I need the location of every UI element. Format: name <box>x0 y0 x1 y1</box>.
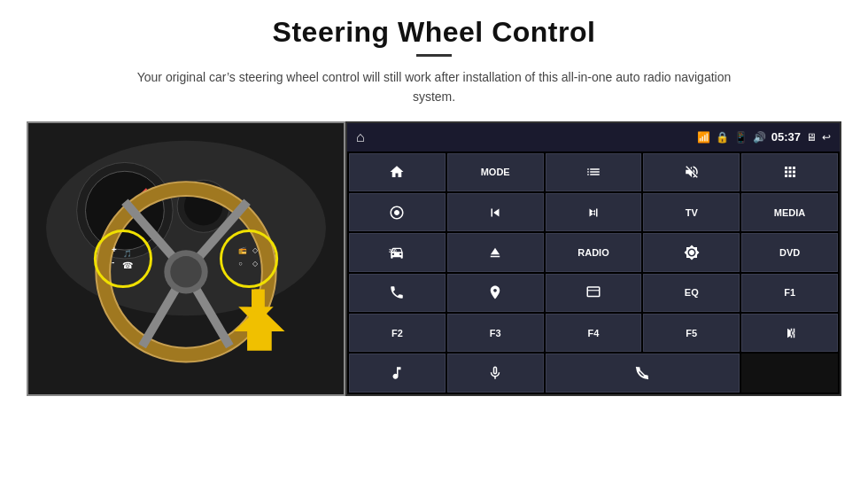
btn-mic[interactable] <box>447 354 544 392</box>
btn-target[interactable] <box>349 193 446 231</box>
btn-prev[interactable] <box>447 193 544 231</box>
btn-eject[interactable] <box>447 233 544 271</box>
btn-f5[interactable]: F5 <box>643 314 740 352</box>
home-icon-status: ⌂ <box>356 129 365 145</box>
android-statusbar: ⌂ 📶 🔒 📱 🔊 05:37 🖥 ↩ <box>347 123 840 152</box>
svg-text:◇: ◇ <box>252 246 259 254</box>
btn-nav[interactable] <box>447 274 544 312</box>
svg-point-14 <box>170 256 202 288</box>
btn-f4[interactable]: F4 <box>546 314 642 352</box>
btn-tv[interactable]: TV <box>643 193 740 231</box>
svg-text:📻: 📻 <box>238 245 247 254</box>
btn-next[interactable] <box>546 193 642 231</box>
btn-f3[interactable]: F3 <box>447 314 544 352</box>
svg-text:+: + <box>112 245 117 254</box>
btn-f2[interactable]: F2 <box>349 314 446 352</box>
title-divider <box>416 54 452 57</box>
btn-eq[interactable]: EQ <box>643 274 740 312</box>
btn-music[interactable] <box>349 354 446 392</box>
svg-text:☎: ☎ <box>122 260 133 270</box>
btn-radio[interactable]: RADIO <box>546 233 642 271</box>
btn-playpause[interactable] <box>741 314 838 352</box>
svg-text:○: ○ <box>238 260 243 268</box>
btn-phone[interactable] <box>349 274 446 312</box>
btn-360car[interactable]: 360 <box>349 233 446 271</box>
svg-rect-31 <box>587 287 600 297</box>
btn-apps[interactable] <box>741 153 838 191</box>
btn-dvd[interactable]: DVD <box>741 233 838 271</box>
btn-f1[interactable]: F1 <box>741 274 838 312</box>
btn-hangup[interactable] <box>546 354 740 392</box>
svg-text:🎵: 🎵 <box>123 249 132 258</box>
android-screen: ⌂ 📶 🔒 📱 🔊 05:37 🖥 ↩ <box>345 121 841 396</box>
android-button-grid: MODE <box>347 152 840 394</box>
screen-icon: 🖥 <box>806 131 817 144</box>
lock-icon: 🔒 <box>716 131 729 144</box>
status-time: 05:37 <box>771 130 801 144</box>
btn-mode[interactable]: MODE <box>447 153 544 191</box>
steering-wheel-image: + - 🎵 ☎ 📻 ◇ ○ ◇ <box>27 121 345 396</box>
content-row: + - 🎵 ☎ 📻 ◇ ○ ◇ ⌂ <box>35 121 833 396</box>
btn-window[interactable] <box>546 274 642 312</box>
bt-icon: 🔊 <box>753 131 766 144</box>
btn-media[interactable]: MEDIA <box>741 193 838 231</box>
btn-empty <box>741 354 838 392</box>
page-title: Steering Wheel Control <box>273 16 596 49</box>
wifi-icon: 📶 <box>697 131 710 144</box>
btn-mute[interactable] <box>643 153 740 191</box>
svg-point-29 <box>396 211 399 214</box>
page-subtitle: Your original car’s steering wheel contr… <box>133 67 735 107</box>
sim-icon: 📱 <box>734 131 748 144</box>
svg-text:-: - <box>112 257 114 267</box>
btn-list[interactable] <box>546 153 642 191</box>
back-icon: ↩ <box>822 131 831 144</box>
btn-brightness[interactable] <box>643 233 740 271</box>
svg-text:◇: ◇ <box>252 260 259 268</box>
btn-home[interactable] <box>349 153 446 191</box>
status-icons: 📶 🔒 📱 🔊 05:37 🖥 ↩ <box>697 130 831 144</box>
